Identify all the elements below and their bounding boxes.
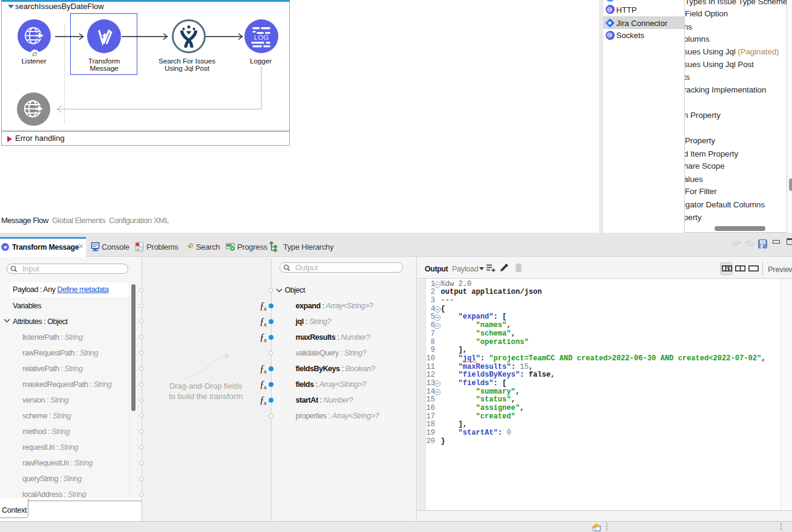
svg-text:LOG: LOG bbox=[254, 34, 269, 41]
